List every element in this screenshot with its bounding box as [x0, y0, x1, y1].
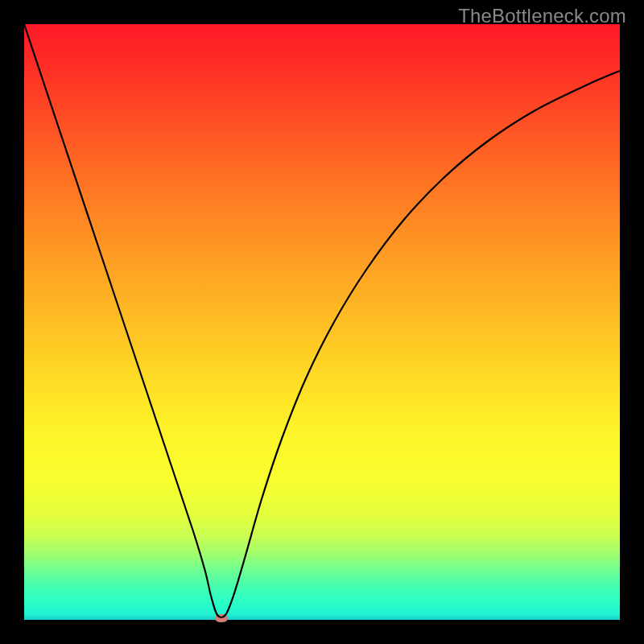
chart-plot-area: [24, 24, 620, 620]
curve-path: [24, 24, 620, 617]
watermark-text: TheBottleneck.com: [458, 5, 626, 27]
bottleneck-curve: [24, 24, 620, 620]
